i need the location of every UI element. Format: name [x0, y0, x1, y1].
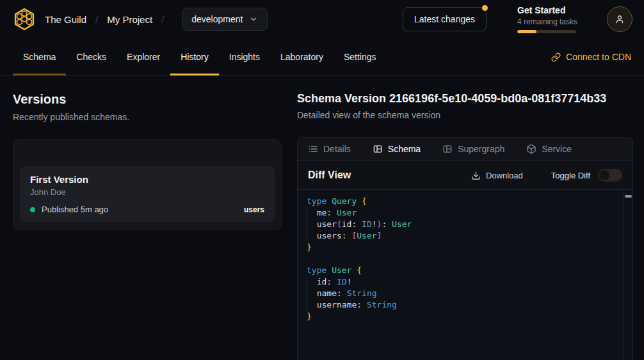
header: The Guild / My Project / development Lat…: [0, 0, 644, 38]
download-icon: [471, 171, 481, 180]
download-button[interactable]: Download: [471, 171, 523, 180]
code-line: me: User: [307, 207, 621, 219]
latest-changes-button[interactable]: Latest changes: [403, 7, 487, 31]
toggle-knob: [599, 170, 609, 180]
nav-tab-settings[interactable]: Settings: [334, 38, 387, 75]
code-line: id: ID!: [307, 276, 621, 288]
schema-version-subtitle: Detailed view of the schema version: [297, 110, 633, 120]
target-selector-dropdown[interactable]: development: [182, 8, 268, 31]
nav-tab-label: Explorer: [127, 52, 160, 62]
tab-label: Service: [542, 144, 572, 154]
columns-icon: [373, 144, 383, 154]
breadcrumb-separator: /: [86, 14, 107, 25]
columns-icon: [442, 144, 453, 154]
person-icon: [614, 13, 625, 25]
code-line: }: [307, 242, 621, 253]
tab-service[interactable]: Service: [526, 144, 572, 154]
nav-tab-insights[interactable]: Insights: [219, 38, 270, 75]
versions-subtitle: Recently published schemas.: [13, 112, 282, 122]
get-started-title: Get Started: [517, 5, 576, 15]
sdl-code[interactable]: type Query { me: User user(id: ID!): Use…: [298, 190, 632, 360]
code-scrollbar-thumb[interactable]: [625, 195, 632, 198]
breadcrumb-project[interactable]: My Project: [107, 14, 152, 25]
code-line: name: String: [307, 288, 621, 299]
toggle-diff-label: Toggle Diff: [551, 171, 590, 180]
version-name: First Version: [30, 174, 264, 185]
notification-dot: [482, 5, 488, 11]
schema-version-detail: Schema Version 2166196f-5e10-4059-bd0a-0…: [297, 92, 633, 360]
hive-logo-icon[interactable]: [12, 6, 37, 32]
schema-detail-panel: Details Schema Sup: [297, 137, 633, 360]
nav-tab-label: History: [181, 52, 209, 62]
versions-list: First Version John Doe Published 5m ago …: [13, 139, 282, 230]
connect-to-cdn-link[interactable]: Connect to CDN: [551, 38, 631, 75]
link-icon: [551, 52, 561, 62]
version-author: John Doe: [30, 187, 264, 197]
versions-panel: Versions Recently published schemas. Fir…: [13, 92, 282, 230]
diff-view-toolbar: Diff View Download Toggle Diff: [298, 161, 632, 190]
published-status-dot: [30, 207, 35, 212]
get-started-progress-fill: [517, 30, 536, 33]
get-started-progress-bar: [517, 30, 576, 33]
app-screen: The Guild / My Project / development Lat…: [0, 0, 644, 360]
versions-title: Versions: [13, 92, 282, 107]
code-line: users: [User]: [307, 230, 621, 242]
tab-details[interactable]: Details: [308, 144, 351, 154]
nav-tab-label: Settings: [344, 52, 376, 62]
target-nav: Schema Checks Explorer History Insights …: [0, 38, 644, 76]
code-line: user(id: ID!): User: [307, 219, 621, 230]
nav-tab-history[interactable]: History: [170, 38, 219, 75]
toggle-diff-switch[interactable]: [598, 169, 622, 182]
nav-tab-explorer[interactable]: Explorer: [117, 38, 170, 75]
nav-tab-label: Insights: [229, 52, 260, 62]
nav-tab-schema[interactable]: Schema: [13, 38, 66, 75]
target-selector-value: development: [191, 14, 243, 24]
nav-tab-label: Laboratory: [280, 52, 323, 62]
list-icon: [308, 144, 318, 154]
nav-tab-label: Schema: [23, 52, 56, 62]
nav-tab-label: Checks: [76, 52, 106, 62]
nav-tab-laboratory[interactable]: Laboratory: [270, 38, 334, 75]
detail-tabs: Details Schema Sup: [298, 137, 632, 161]
get-started-subtitle: 4 remaining tasks: [517, 17, 576, 26]
schema-version-title: Schema Version 2166196f-5e10-4059-bd0a-0…: [297, 92, 633, 106]
diff-view-title: Diff View: [308, 169, 351, 181]
tab-label: Supergraph: [458, 144, 504, 154]
code-scrollbar[interactable]: [624, 190, 632, 360]
tab-schema[interactable]: Schema: [373, 144, 421, 154]
connect-to-cdn-label: Connect to CDN: [566, 52, 631, 62]
version-status: Published 5m ago: [42, 205, 108, 214]
tab-label: Schema: [388, 144, 421, 154]
get-started-widget[interactable]: Get Started 4 remaining tasks: [517, 5, 576, 33]
code-line: username: String: [307, 299, 621, 311]
code-line: type User {: [307, 265, 621, 276]
latest-changes-label: Latest changes: [414, 14, 475, 24]
chevron-down-icon: [249, 15, 258, 24]
tab-label: Details: [323, 144, 351, 154]
code-line: }: [307, 311, 621, 322]
breadcrumb-separator: /: [152, 14, 173, 25]
code-line: type Query {: [307, 196, 621, 207]
version-service-badge: users: [244, 205, 264, 214]
user-avatar[interactable]: [607, 6, 632, 32]
version-list-item[interactable]: First Version John Doe Published 5m ago …: [20, 166, 275, 222]
breadcrumb-org[interactable]: The Guild: [45, 14, 86, 25]
version-meta: Published 5m ago users: [30, 205, 264, 214]
cube-icon: [526, 144, 536, 154]
nav-tab-checks[interactable]: Checks: [66, 38, 117, 75]
tab-supergraph[interactable]: Supergraph: [442, 144, 504, 154]
download-label: Download: [486, 171, 523, 180]
code-line: [307, 253, 621, 265]
